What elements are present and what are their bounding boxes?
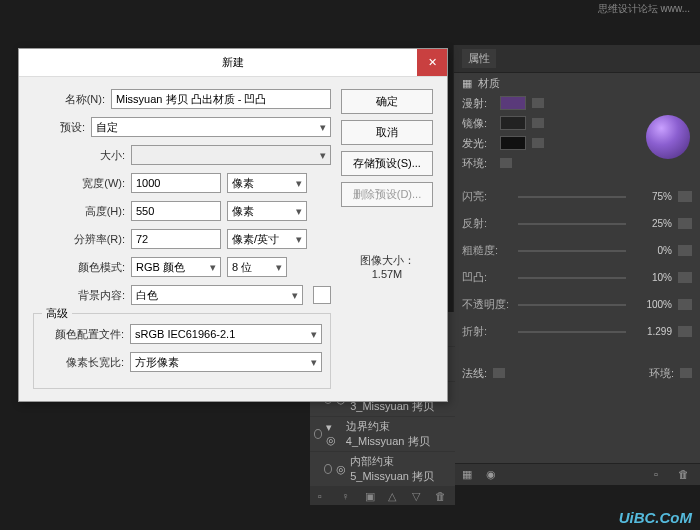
bump-slider[interactable]: 凹凸: 10% bbox=[454, 264, 700, 291]
cancel-button[interactable]: 取消 bbox=[341, 120, 433, 145]
opacity-label: 不透明度: bbox=[462, 297, 512, 312]
bulb-icon[interactable]: ♀ bbox=[341, 490, 353, 502]
new-icon[interactable]: ▫ bbox=[654, 468, 668, 482]
folder-icon[interactable] bbox=[678, 272, 692, 283]
folder-icon[interactable] bbox=[493, 368, 505, 378]
slider-track[interactable] bbox=[518, 304, 626, 306]
cam-icon[interactable]: ▣ bbox=[365, 490, 377, 502]
dialog-title: 新建 bbox=[222, 56, 244, 68]
name-label: 名称(N): bbox=[33, 92, 105, 107]
layer-name: 边界约束 4_Missyuan 拷贝 bbox=[346, 419, 451, 449]
resolution-unit-select[interactable]: 像素/英寸 bbox=[227, 229, 307, 249]
material-icon: ▦ bbox=[462, 77, 472, 90]
folder-icon[interactable] bbox=[532, 98, 544, 108]
rough-slider[interactable]: 粗糙度: 0% bbox=[454, 237, 700, 264]
profile-label: 颜色配置文件: bbox=[42, 327, 124, 342]
folder-icon[interactable] bbox=[680, 368, 692, 378]
dialog-titlebar[interactable]: 新建 ✕ bbox=[19, 49, 447, 77]
slider-track[interactable] bbox=[518, 331, 626, 333]
width-unit-select[interactable]: 像素 bbox=[227, 173, 307, 193]
mesh-icon[interactable]: △ bbox=[388, 490, 400, 502]
size-select[interactable] bbox=[131, 145, 331, 165]
filesize-info: 图像大小： 1.57M bbox=[341, 253, 433, 280]
pic-icon[interactable]: ▫ bbox=[318, 490, 330, 502]
panel-footer: ▦ ◉ ▫ 🗑 bbox=[454, 463, 700, 485]
new-document-dialog: 新建 ✕ 名称(N): 预设: 自定 大小: 宽度(W): 像素 bbox=[18, 48, 448, 402]
aspect-select[interactable]: 方形像素 bbox=[130, 352, 322, 372]
layer-row[interactable]: ◎内部约束 5_Missyuan 拷贝 bbox=[310, 452, 455, 487]
opacity-slider[interactable]: 不透明度: 100% bbox=[454, 291, 700, 318]
bump-label: 凹凸: bbox=[462, 270, 512, 285]
slider-track[interactable] bbox=[518, 250, 626, 252]
shine-slider[interactable]: 闪亮: 75% bbox=[454, 183, 700, 210]
bg-swatch[interactable] bbox=[313, 286, 331, 304]
resolution-input[interactable] bbox=[131, 229, 221, 249]
trash-icon[interactable]: 🗑 bbox=[435, 490, 447, 502]
opacity-value: 100% bbox=[632, 299, 672, 310]
folder-icon[interactable] bbox=[678, 218, 692, 229]
height-unit-select[interactable]: 像素 bbox=[227, 201, 307, 221]
rough-value: 0% bbox=[632, 245, 672, 256]
env-label: 环境: bbox=[649, 366, 674, 381]
slider-track[interactable] bbox=[518, 196, 626, 198]
panel-section-header: ▦ 材质 bbox=[454, 73, 700, 93]
slider-track[interactable] bbox=[518, 223, 626, 225]
color-mode-select[interactable]: RGB 颜色 bbox=[131, 257, 221, 277]
slider-track[interactable] bbox=[518, 277, 626, 279]
tab-properties[interactable]: 属性 bbox=[462, 49, 496, 68]
height-label: 高度(H): bbox=[53, 204, 125, 219]
diffuse-swatch[interactable] bbox=[500, 96, 526, 110]
reflect-label: 反射: bbox=[462, 216, 512, 231]
normal-label: 法线: bbox=[462, 366, 487, 381]
section-title: 材质 bbox=[478, 76, 500, 91]
layer-row[interactable]: ▾ ◎边界约束 4_Missyuan 拷贝 bbox=[310, 417, 455, 452]
width-input[interactable] bbox=[131, 173, 221, 193]
folder-icon[interactable] bbox=[532, 118, 544, 128]
bit-depth-select[interactable]: 8 位 bbox=[227, 257, 287, 277]
diffuse-row[interactable]: 漫射: bbox=[454, 93, 700, 113]
folder-icon[interactable] bbox=[532, 138, 544, 148]
close-button[interactable]: ✕ bbox=[417, 49, 447, 76]
bump-value: 10% bbox=[632, 272, 672, 283]
reflect-slider[interactable]: 反射: 25% bbox=[454, 210, 700, 237]
rough-label: 粗糙度: bbox=[462, 243, 512, 258]
folder-icon[interactable] bbox=[678, 191, 692, 202]
folder-icon[interactable] bbox=[678, 326, 692, 337]
ok-button[interactable]: 确定 bbox=[341, 89, 433, 114]
layer-name: 内部约束 5_Missyuan 拷贝 bbox=[350, 454, 451, 484]
ambient-label: 环境: bbox=[462, 156, 494, 171]
width-label: 宽度(W): bbox=[53, 176, 125, 191]
refract-value: 1.299 bbox=[632, 326, 672, 337]
material-preview-sphere bbox=[646, 115, 690, 159]
folder-icon[interactable] bbox=[500, 158, 512, 168]
save-preset-button[interactable]: 存储预设(S)... bbox=[341, 151, 433, 176]
preset-select[interactable]: 自定 bbox=[91, 117, 331, 137]
glow-label: 发光: bbox=[462, 136, 494, 151]
grid-icon[interactable]: ▦ bbox=[462, 468, 476, 482]
advanced-legend: 高级 bbox=[42, 306, 72, 321]
advanced-fieldset: 高级 颜色配置文件: sRGB IEC61966-2.1 像素长宽比: 方形像素 bbox=[33, 313, 331, 389]
sphere-icon[interactable]: ◉ bbox=[486, 468, 500, 482]
specular-swatch[interactable] bbox=[500, 116, 526, 130]
trash-icon[interactable]: 🗑 bbox=[678, 468, 692, 482]
folder-icon[interactable] bbox=[678, 299, 692, 310]
glow-swatch[interactable] bbox=[500, 136, 526, 150]
panel-header: 属性 bbox=[454, 45, 700, 73]
shine-value: 75% bbox=[632, 191, 672, 202]
profile-select[interactable]: sRGB IEC61966-2.1 bbox=[130, 324, 322, 344]
resolution-label: 分辨率(R): bbox=[53, 232, 125, 247]
eye-icon[interactable] bbox=[324, 464, 332, 474]
properties-panel: 属性 ▦ 材质 漫射: 镜像: 发光: 环境: 闪亮: 75% 反射: 25% … bbox=[453, 45, 700, 485]
bg-select[interactable]: 白色 bbox=[131, 285, 303, 305]
layers-footer: ▫ ♀ ▣ △ ▽ 🗑 bbox=[310, 487, 455, 505]
refract-slider[interactable]: 折射: 1.299 bbox=[454, 318, 700, 345]
normal-row[interactable]: 法线: 环境: bbox=[454, 363, 700, 383]
height-input[interactable] bbox=[131, 201, 221, 221]
down-icon[interactable]: ▽ bbox=[412, 490, 424, 502]
eye-icon[interactable] bbox=[314, 429, 322, 439]
specular-label: 镜像: bbox=[462, 116, 494, 131]
name-input[interactable] bbox=[111, 89, 331, 109]
reflect-value: 25% bbox=[632, 218, 672, 229]
folder-icon[interactable] bbox=[678, 245, 692, 256]
aspect-label: 像素长宽比: bbox=[42, 355, 124, 370]
